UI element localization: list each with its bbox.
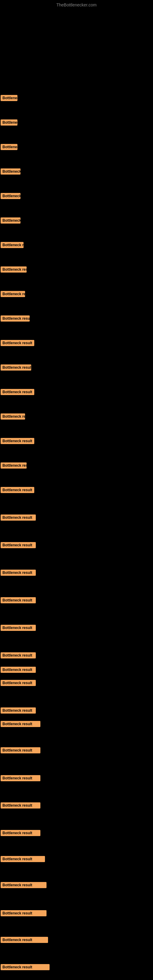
bottleneck-result-label: Bottleneck result bbox=[1, 144, 18, 150]
bottleneck-result-label: Bottleneck result bbox=[1, 364, 31, 371]
bottleneck-result-label: Bottleneck result bbox=[1, 514, 36, 520]
bottleneck-result-label: Bottleneck result bbox=[1, 414, 25, 420]
bottleneck-result-label: Bottleneck result bbox=[1, 291, 25, 297]
bottleneck-result-label: Bottleneck result bbox=[1, 463, 27, 469]
bottleneck-result-label: Bottleneck result bbox=[1, 652, 36, 659]
bottleneck-result-label: Bottleneck result bbox=[1, 438, 34, 444]
bottleneck-result-label: Bottleneck result bbox=[1, 193, 21, 199]
bottleneck-result-label: Bottleneck result bbox=[1, 266, 27, 272]
bottleneck-result-label: Bottleneck result bbox=[1, 242, 24, 248]
bottleneck-result-label: Bottleneck result bbox=[1, 680, 36, 686]
bottleneck-result-label: Bottleneck result bbox=[1, 747, 40, 753]
bottleneck-result-label: Bottleneck result bbox=[1, 95, 18, 101]
bottleneck-result-label: Bottleneck result bbox=[1, 542, 36, 548]
bottleneck-result-label: Bottleneck result bbox=[1, 570, 36, 576]
bottleneck-result-label: Bottleneck result bbox=[1, 315, 30, 321]
bottleneck-result-label: Bottleneck result bbox=[1, 625, 36, 631]
bottleneck-result-label: Bottleneck result bbox=[1, 340, 34, 346]
bottleneck-result-label: Bottleneck result bbox=[1, 964, 49, 970]
bottleneck-result-label: Bottleneck result bbox=[1, 218, 21, 224]
bottleneck-result-label: Bottleneck result bbox=[1, 389, 34, 395]
bottleneck-result-label: Bottleneck result bbox=[1, 802, 40, 808]
bottleneck-result-label: Bottleneck result bbox=[1, 856, 45, 862]
bottleneck-result-label: Bottleneck result bbox=[1, 487, 34, 493]
bottleneck-result-label: Bottleneck result bbox=[1, 721, 40, 727]
bottleneck-result-label: Bottleneck result bbox=[1, 882, 46, 888]
bottleneck-result-label: Bottleneck result bbox=[1, 597, 36, 603]
bottleneck-result-label: Bottleneck result bbox=[1, 937, 48, 943]
bottleneck-result-label: Bottleneck result bbox=[1, 708, 36, 714]
bottleneck-result-label: Bottleneck result bbox=[1, 775, 40, 781]
bottleneck-result-label: Bottleneck result bbox=[1, 830, 40, 836]
bottleneck-result-label: Bottleneck result bbox=[1, 169, 21, 175]
bottleneck-result-label: Bottleneck result bbox=[1, 910, 46, 916]
site-title: TheBottlenecker.com bbox=[56, 2, 97, 7]
bottleneck-result-label: Bottleneck result bbox=[1, 667, 36, 673]
bottleneck-result-label: Bottleneck result bbox=[1, 119, 18, 126]
